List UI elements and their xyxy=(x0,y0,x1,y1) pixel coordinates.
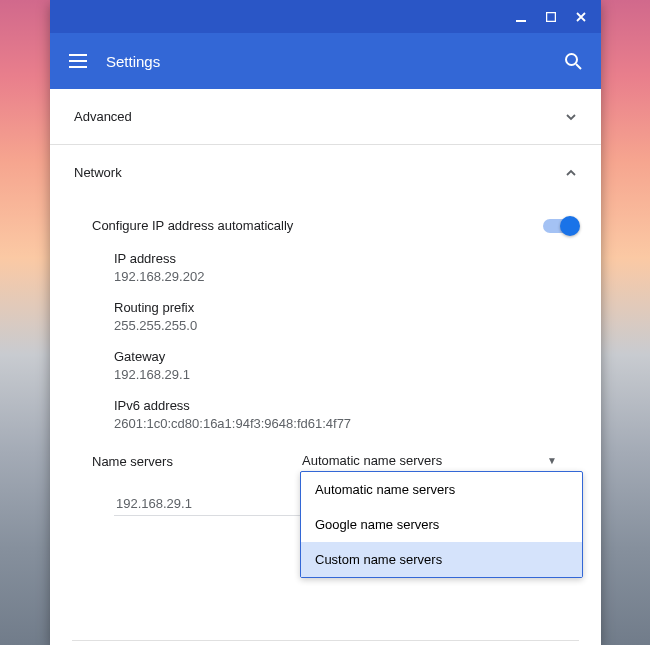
svg-line-6 xyxy=(576,64,581,69)
settings-window: Settings Advanced Network xyxy=(50,0,601,645)
gateway-label: Gateway xyxy=(114,349,577,364)
menu-button[interactable] xyxy=(66,49,90,73)
dropdown-option-automatic[interactable]: Automatic name servers xyxy=(301,472,582,507)
dropdown-option-custom[interactable]: Custom name servers xyxy=(301,542,582,577)
svg-point-5 xyxy=(566,54,577,65)
ip-address-field: IP address 192.168.29.202 xyxy=(74,239,577,288)
minimize-button[interactable] xyxy=(507,3,535,31)
svg-rect-0 xyxy=(516,20,526,22)
name-servers-row: Name servers Automatic name servers ▼ Au… xyxy=(74,435,577,474)
ipv6-value: 2601:1c0:cd80:16a1:94f3:9648:fd61:4f77 xyxy=(114,416,577,431)
ip-address-label: IP address xyxy=(114,251,577,266)
minimize-icon xyxy=(515,11,527,23)
maximize-button[interactable] xyxy=(537,3,565,31)
name-servers-label: Name servers xyxy=(92,454,292,469)
gateway-value: 192.168.29.1 xyxy=(114,367,577,382)
close-icon xyxy=(575,11,587,23)
configure-ip-row: Configure IP address automatically xyxy=(74,200,577,239)
desktop-background: Settings Advanced Network xyxy=(0,0,650,645)
configure-ip-toggle[interactable] xyxy=(543,219,577,233)
name-servers-select-wrap: Automatic name servers ▼ Automatic name … xyxy=(300,449,577,474)
routing-prefix-label: Routing prefix xyxy=(114,300,577,315)
search-icon xyxy=(564,52,582,70)
ip-address-value: 192.168.29.202 xyxy=(114,269,577,284)
content-area: Advanced Network Configure IP address au… xyxy=(50,89,601,645)
section-advanced-label: Advanced xyxy=(74,109,132,124)
routing-prefix-value: 255.255.255.0 xyxy=(114,318,577,333)
svg-rect-1 xyxy=(547,12,556,21)
chevron-down-icon xyxy=(565,111,577,123)
configure-ip-label: Configure IP address automatically xyxy=(92,218,293,233)
ipv6-label: IPv6 address xyxy=(114,398,577,413)
dropdown-option-google[interactable]: Google name servers xyxy=(301,507,582,542)
gateway-field: Gateway 192.168.29.1 xyxy=(74,337,577,386)
dropdown-triangle-icon: ▼ xyxy=(547,455,557,466)
app-title: Settings xyxy=(106,53,561,70)
network-section-body: Configure IP address automatically IP ad… xyxy=(50,200,601,528)
section-network[interactable]: Network xyxy=(50,145,601,200)
maximize-icon xyxy=(546,12,556,22)
section-advanced[interactable]: Advanced xyxy=(50,89,601,144)
routing-prefix-field: Routing prefix 255.255.255.0 xyxy=(74,288,577,337)
name-servers-dropdown: Automatic name servers Google name serve… xyxy=(300,471,583,578)
svg-rect-3 xyxy=(69,60,87,62)
app-bar: Settings xyxy=(50,33,601,89)
ipv6-field: IPv6 address 2601:1c0:cd80:16a1:94f3:964… xyxy=(74,386,577,435)
svg-rect-4 xyxy=(69,66,87,68)
chevron-up-icon xyxy=(565,167,577,179)
svg-rect-2 xyxy=(69,54,87,56)
name-servers-selected: Automatic name servers xyxy=(302,453,442,468)
section-network-label: Network xyxy=(74,165,122,180)
window-titlebar xyxy=(50,0,601,33)
divider xyxy=(72,640,579,641)
search-button[interactable] xyxy=(561,49,585,73)
hamburger-icon xyxy=(69,54,87,68)
close-button[interactable] xyxy=(567,3,595,31)
